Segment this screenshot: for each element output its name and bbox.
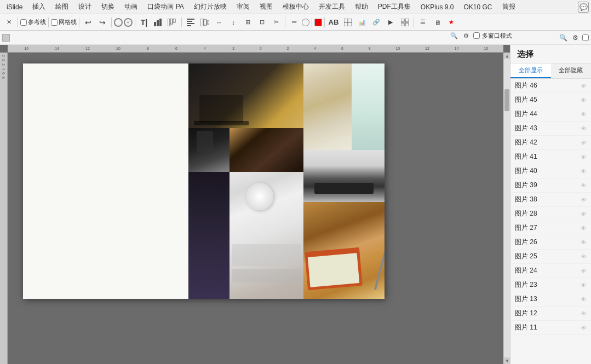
- panel-item[interactable]: 图片 27 👁: [510, 221, 591, 235]
- link-btn[interactable]: 🔗: [370, 16, 383, 29]
- graph-btn[interactable]: 📊: [355, 16, 369, 29]
- search2-icon[interactable]: 🔍: [449, 31, 459, 41]
- canvas-scrollbar[interactable]: ▲ ▼: [503, 53, 510, 364]
- panel-item[interactable]: 图片 13 👁: [510, 292, 591, 307]
- eye-icon[interactable]: 👁: [581, 225, 587, 232]
- align2-btn[interactable]: [198, 16, 211, 29]
- eye-icon[interactable]: 👁: [581, 97, 587, 103]
- eye-icon[interactable]: 👁: [581, 239, 587, 246]
- undo-btn[interactable]: ↩: [82, 16, 95, 29]
- eye-icon[interactable]: 👁: [581, 182, 587, 189]
- align-btn[interactable]: [184, 16, 197, 29]
- menu-draw[interactable]: 绘图: [51, 1, 73, 13]
- menu-pocket-anim[interactable]: 口袋动画 PA: [143, 1, 188, 13]
- menu-design[interactable]: 设计: [74, 1, 96, 13]
- panel-item[interactable]: 图片 41 👁: [510, 150, 591, 164]
- panel-item[interactable]: 图片 46 👁: [510, 79, 591, 93]
- menu-okplus[interactable]: OKPlus 9.0: [416, 2, 458, 12]
- panel-item[interactable]: 图片 25 👁: [510, 250, 591, 264]
- chat-button[interactable]: 💬: [578, 2, 589, 13]
- table-btn[interactable]: [341, 16, 354, 29]
- panel-item[interactable]: 图片 38 👁: [510, 193, 591, 207]
- panel-item[interactable]: 图片 28 👁: [510, 207, 591, 221]
- menu-template[interactable]: 模板中心: [278, 1, 313, 13]
- flip-btn[interactable]: ↔: [213, 16, 226, 29]
- slide-img-bottom-right[interactable]: [303, 202, 385, 299]
- menu-insert[interactable]: 插入: [28, 1, 50, 13]
- panel-item[interactable]: 图片 11 👁: [510, 321, 591, 335]
- show-all-btn[interactable]: 全部显示: [510, 63, 551, 78]
- eye-icon[interactable]: 👁: [581, 168, 587, 175]
- settings-icon[interactable]: ⚙: [570, 33, 580, 43]
- flip2-btn[interactable]: ↕: [227, 16, 240, 29]
- media-btn[interactable]: ▶: [384, 16, 397, 29]
- panel-item[interactable]: 图片 23 👁: [510, 278, 591, 292]
- eye-icon[interactable]: 👁: [581, 111, 587, 118]
- multiwindow-checkbox[interactable]: [582, 34, 589, 41]
- grid-btn[interactable]: [398, 16, 411, 29]
- slide-img-bottom-left[interactable]: [188, 172, 229, 299]
- multiwindow2-checkbox[interactable]: [473, 32, 480, 39]
- text-cursor-btn[interactable]: T|: [137, 16, 151, 29]
- screen-btn[interactable]: 🖥: [431, 16, 444, 29]
- eye-icon[interactable]: 👁: [581, 197, 587, 203]
- eye-icon[interactable]: 👁: [581, 140, 587, 146]
- bar-chart-btn[interactable]: [152, 16, 165, 29]
- menu-islide[interactable]: iSlide: [2, 2, 27, 12]
- settings2-icon[interactable]: ⚙: [461, 31, 471, 41]
- slide-img-top-right[interactable]: [303, 63, 385, 150]
- eye-icon[interactable]: 👁: [581, 268, 587, 274]
- scroll-thumb[interactable]: [504, 89, 509, 111]
- menu-devtools[interactable]: 开发工具: [314, 1, 349, 13]
- panel-item[interactable]: 图片 26 👁: [510, 235, 591, 250]
- text-btn[interactable]: AB: [327, 16, 340, 29]
- circle2-btn[interactable]: +: [124, 18, 133, 27]
- close-btn[interactable]: ✕: [2, 16, 15, 29]
- slide-img-bottom-center[interactable]: [229, 172, 303, 299]
- list-btn[interactable]: ☰: [416, 16, 429, 29]
- ref-line-checkbox[interactable]: [20, 19, 27, 26]
- eye-icon[interactable]: 👁: [581, 125, 587, 132]
- red-star-btn[interactable]: ★: [445, 16, 458, 29]
- panel-item[interactable]: 图片 43 👁: [510, 122, 591, 136]
- expand-btn[interactable]: ⊞: [241, 16, 254, 29]
- eye-icon[interactable]: 👁: [581, 296, 587, 303]
- panel-item[interactable]: 图片 45 👁: [510, 93, 591, 107]
- slide[interactable]: [23, 63, 385, 299]
- panel-item[interactable]: 图片 24 👁: [510, 264, 591, 278]
- eye-icon[interactable]: 👁: [581, 253, 587, 260]
- slide-img-top-left[interactable]: [188, 63, 303, 128]
- slide-img-mid-left[interactable]: [188, 128, 229, 172]
- grid-line-checkbox[interactable]: [51, 19, 58, 26]
- crop-btn[interactable]: ⊡: [255, 16, 268, 29]
- eye-icon[interactable]: 👁: [581, 325, 587, 331]
- redo-btn[interactable]: ↪: [96, 16, 109, 29]
- eye-icon[interactable]: 👁: [581, 310, 587, 317]
- bar2-btn[interactable]: [166, 16, 179, 29]
- eye-icon[interactable]: 👁: [581, 154, 587, 160]
- cut-btn[interactable]: ✂: [269, 16, 283, 29]
- menu-view[interactable]: 视图: [255, 1, 277, 13]
- menu-review[interactable]: 审阅: [232, 1, 254, 13]
- eye-icon[interactable]: 👁: [581, 282, 587, 288]
- menu-brief[interactable]: 简报: [498, 1, 520, 13]
- panel-item[interactable]: 图片 39 👁: [510, 178, 591, 193]
- panel-item[interactable]: 图片 44 👁: [510, 107, 591, 122]
- circle-btn[interactable]: [114, 18, 123, 27]
- slide-img-mid-center[interactable]: [229, 128, 303, 172]
- slide-img-right-mid[interactable]: [303, 150, 385, 202]
- hide-all-btn[interactable]: 全部隐藏: [551, 63, 592, 78]
- panel-item[interactable]: 图片 40 👁: [510, 164, 591, 178]
- panel-item[interactable]: 图片 12 👁: [510, 307, 591, 321]
- menu-help[interactable]: 帮助: [351, 1, 372, 13]
- eye-icon[interactable]: 👁: [581, 211, 587, 217]
- search-icon[interactable]: 🔍: [558, 33, 568, 43]
- menu-slideshow[interactable]: 幻灯片放映: [190, 1, 231, 13]
- pen-btn[interactable]: ✏: [288, 16, 301, 29]
- panel-item[interactable]: 图片 42 👁: [510, 136, 591, 150]
- menu-pdf[interactable]: PDF工具集: [374, 1, 415, 13]
- menu-animation[interactable]: 动画: [120, 1, 142, 13]
- eye-icon[interactable]: 👁: [581, 83, 587, 89]
- color-rect-btn[interactable]: [314, 19, 322, 26]
- menu-ok10[interactable]: OK10 GC: [460, 2, 497, 12]
